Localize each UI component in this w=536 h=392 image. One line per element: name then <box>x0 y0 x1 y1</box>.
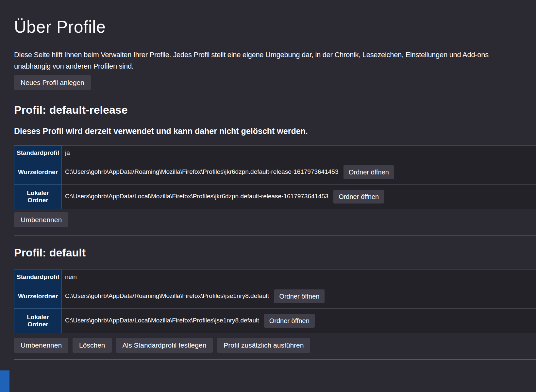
row-value-standardprofil: ja <box>62 146 536 160</box>
about-profiles-page: Über Profile Diese Seite hilft Ihnen bei… <box>0 0 536 360</box>
create-profile-button[interactable]: Neues Profil anlegen <box>14 75 91 90</box>
set-default-profile-button[interactable]: Als Standardprofil festlegen <box>116 338 213 353</box>
row-value-wurzelordner: C:\Users\gohrb\AppData\Roaming\Mozilla\F… <box>62 160 536 185</box>
bottom-left-status-panel <box>0 370 9 392</box>
root-folder-path: C:\Users\gohrb\AppData\Roaming\Mozilla\F… <box>65 292 269 299</box>
profile-heading-default-release: Profil: default-release <box>14 103 536 116</box>
profile-table-default: Standardprofil nein Wurzelordner C:\User… <box>14 270 536 333</box>
delete-profile-button[interactable]: Löschen <box>73 338 111 353</box>
rename-profile-button[interactable]: Umbenennen <box>14 212 68 227</box>
row-value-wurzelordner: C:\Users\gohrb\AppData\Roaming\Mozilla\F… <box>62 284 536 309</box>
table-row: Wurzelordner C:\Users\gohrb\AppData\Roam… <box>14 160 536 185</box>
row-label-lokaler-ordner: Lokaler Ordner <box>14 309 62 333</box>
page-title: Über Profile <box>14 17 536 37</box>
local-folder-path: C:\Users\gohrb\AppData\Local\Mozilla\Fir… <box>65 317 259 324</box>
row-label-standardprofil: Standardprofil <box>14 270 62 284</box>
page-description-line2: unabhängig von anderen Profilen sind. <box>14 62 134 70</box>
page-description-line1: Diese Seite hilft Ihnen beim Verwalten I… <box>14 51 489 59</box>
table-row: Lokaler Ordner C:\Users\gohrb\AppData\Lo… <box>14 185 536 209</box>
open-root-folder-button[interactable]: Ordner öffnen <box>274 289 325 303</box>
launch-profile-button[interactable]: Profil zusätzlich ausführen <box>217 338 310 353</box>
rename-profile-button[interactable]: Umbenennen <box>14 338 68 353</box>
section-divider <box>14 359 536 360</box>
profile-heading-default: Profil: default <box>14 246 536 259</box>
row-label-wurzelordner: Wurzelordner <box>14 284 62 309</box>
table-row: Lokaler Ordner C:\Users\gohrb\AppData\Lo… <box>14 309 536 333</box>
row-label-wurzelordner: Wurzelordner <box>14 160 62 185</box>
profile-table-default-release: Standardprofil ja Wurzelordner C:\Users\… <box>14 145 536 209</box>
row-label-lokaler-ordner: Lokaler Ordner <box>14 185 62 209</box>
page-description: Diese Seite hilft Ihnen beim Verwalten I… <box>14 49 536 72</box>
profile-actions-default: Umbenennen Löschen Als Standardprofil fe… <box>14 338 536 353</box>
profile-in-use-notice: Dieses Profil wird derzeit verwendet und… <box>14 126 536 136</box>
row-value-standardprofil: nein <box>62 270 536 284</box>
profile-actions-default-release: Umbenennen <box>14 212 536 227</box>
row-value-lokaler-ordner: C:\Users\gohrb\AppData\Local\Mozilla\Fir… <box>62 185 536 209</box>
open-root-folder-button[interactable]: Ordner öffnen <box>343 165 394 179</box>
section-divider <box>14 235 536 236</box>
table-row: Standardprofil nein <box>14 270 536 284</box>
open-local-folder-button[interactable]: Ordner öffnen <box>333 190 384 204</box>
root-folder-path: C:\Users\gohrb\AppData\Roaming\Mozilla\F… <box>65 168 338 175</box>
table-row: Standardprofil ja <box>14 146 536 160</box>
open-local-folder-button[interactable]: Ordner öffnen <box>264 314 315 328</box>
row-label-standardprofil: Standardprofil <box>14 146 62 160</box>
local-folder-path: C:\Users\gohrb\AppData\Local\Mozilla\Fir… <box>65 193 328 200</box>
row-value-lokaler-ordner: C:\Users\gohrb\AppData\Local\Mozilla\Fir… <box>62 309 536 333</box>
table-row: Wurzelordner C:\Users\gohrb\AppData\Roam… <box>14 284 536 309</box>
